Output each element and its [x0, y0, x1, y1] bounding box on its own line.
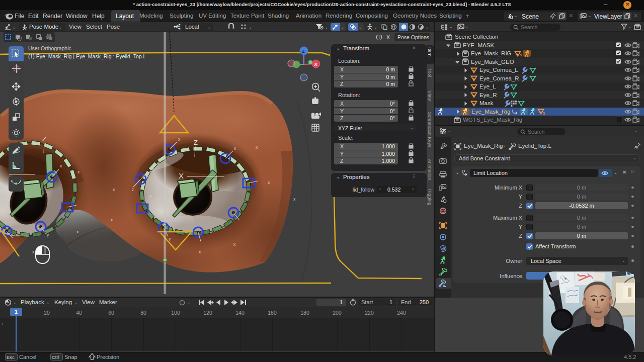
svg-text:User Orthographic: User Orthographic	[28, 45, 71, 51]
svg-text:x: x	[234, 146, 236, 151]
svg-text:x: x	[60, 163, 62, 168]
svg-text:Z: Z	[194, 139, 198, 146]
svg-text:X: X	[179, 171, 184, 180]
svg-text:x: x	[256, 145, 258, 150]
svg-text:X: X	[314, 62, 317, 67]
svg-text:z: z	[152, 166, 154, 171]
svg-text:z: z	[9, 223, 11, 228]
svg-text:z: z	[132, 187, 134, 192]
svg-text:x: x	[76, 229, 79, 234]
svg-text:y: y	[47, 232, 49, 237]
svg-text:x: x	[268, 180, 270, 185]
svg-text:x: x	[149, 194, 152, 199]
svg-text:x: x	[199, 249, 201, 254]
svg-text:x: x	[32, 249, 35, 254]
svg-text:x: x	[233, 242, 236, 247]
svg-text:y: y	[169, 236, 171, 241]
svg-text:Z: Z	[302, 49, 305, 54]
svg-text:x: x	[113, 187, 115, 192]
svg-text:x: x	[178, 137, 181, 142]
svg-text:x: x	[77, 169, 80, 174]
svg-text:x: x	[293, 197, 296, 202]
svg-text:x: x	[111, 217, 113, 222]
svg-text:(1) Eye_Mask_Rig | Eye_Mask_Ri: (1) Eye_Mask_Rig | Eye_Mask_Rig : Eyelid…	[28, 53, 146, 59]
svg-text:Z: Z	[42, 135, 46, 143]
